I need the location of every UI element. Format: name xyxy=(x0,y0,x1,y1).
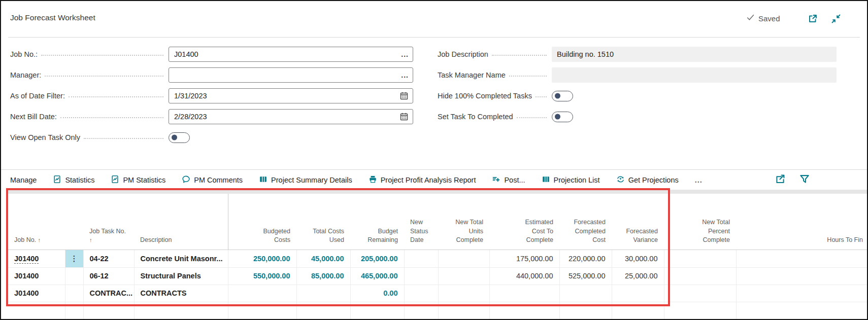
job-no-cell[interactable]: J01400 xyxy=(8,285,65,302)
collapse-page-icon[interactable] xyxy=(830,13,842,24)
total-costs-used-cell[interactable]: 45,000.00 xyxy=(296,250,350,267)
hours-to-finish-cell[interactable] xyxy=(736,285,868,302)
project-summary-details-button[interactable]: Project Summary Details xyxy=(259,175,352,185)
forecasted-completed-cost-cell[interactable]: 525,000.00 xyxy=(559,267,612,285)
col-header-job-task-no[interactable]: Job Task No.↑ xyxy=(83,194,134,250)
calendar-icon[interactable] xyxy=(399,112,409,121)
post-button[interactable]: Post... xyxy=(492,175,525,185)
forecasted-completed-cost-cell[interactable] xyxy=(559,285,612,302)
forecasted-completed-cost-cell[interactable]: 220,000.00 xyxy=(559,250,612,267)
total-costs-used-cell[interactable]: 85,000.00 xyxy=(296,267,350,285)
new-total-percent-complete-cell[interactable] xyxy=(664,285,736,302)
project-profit-analysis-report-button[interactable]: Project Profit Analysis Report xyxy=(369,175,476,185)
new-status-date-cell[interactable] xyxy=(404,267,438,285)
budget-remaining-cell[interactable]: 0.00 xyxy=(350,285,404,302)
job-forecast-worksheet-page: Job Forecast Worksheet Saved Job No.: J0… xyxy=(0,0,868,320)
col-header-total-costs-used[interactable]: Total Costs Used xyxy=(296,194,350,250)
calendar-icon[interactable] xyxy=(399,91,409,100)
statistics-button[interactable]: Statistics xyxy=(53,175,94,185)
pm-comments-button[interactable]: PM Comments xyxy=(182,175,243,185)
manager-lookup-button[interactable]: ... xyxy=(401,73,409,78)
hours-to-finish-cell[interactable] xyxy=(736,267,868,285)
projection-list-button[interactable]: Projection List xyxy=(542,175,600,185)
col-header-job-no[interactable]: Job No. ↑ xyxy=(8,194,65,250)
row-options-icon[interactable]: ⋮ xyxy=(65,250,83,267)
job-task-no-cell[interactable]: 06-12 xyxy=(83,267,134,285)
dotted-leader xyxy=(517,117,547,118)
as-of-date-filter-label: As of Date Filter: xyxy=(10,91,65,101)
job-no-cell[interactable]: J01400 xyxy=(8,267,65,285)
new-status-date-cell[interactable] xyxy=(404,285,438,302)
new-total-units-complete-cell[interactable] xyxy=(438,250,489,267)
manage-button[interactable]: Manage xyxy=(10,176,37,184)
budgeted-costs-cell[interactable]: 250,000.00 xyxy=(228,250,296,267)
description-cell[interactable]: CONTRACTS xyxy=(134,285,228,302)
job-task-grid: Job No. ↑ Job Task No.↑ Description Budg… xyxy=(8,190,868,320)
col-header-forecasted-variance[interactable]: Forecasted Variance xyxy=(612,194,664,250)
col-header-budgeted-costs[interactable]: Budgeted Costs xyxy=(228,194,296,250)
dotted-leader xyxy=(492,55,547,56)
forecasted-variance-cell[interactable] xyxy=(612,285,664,302)
col-header-new-total-percent-complete[interactable]: New Total Percent Complete xyxy=(664,194,736,250)
share-icon[interactable] xyxy=(775,173,786,185)
set-task-to-completed-toggle[interactable] xyxy=(552,112,573,122)
grid-scroll-strip[interactable] xyxy=(8,190,868,194)
job-task-no-cell[interactable]: CONTRAC... xyxy=(83,285,134,302)
hide-100-completed-tasks-toggle[interactable] xyxy=(552,91,573,101)
new-total-percent-complete-cell[interactable] xyxy=(664,250,736,267)
description-cell[interactable]: Structural Panels xyxy=(134,267,228,285)
job-task-no-cell[interactable]: 04-22 xyxy=(83,250,134,267)
col-header-forecasted-completed-cost[interactable]: Forecasted Completed Cost xyxy=(559,194,612,250)
sort-ascending-icon: ↑ xyxy=(38,237,41,243)
budget-remaining-cell[interactable]: 465,000.00 xyxy=(350,267,404,285)
job-no-input[interactable]: J01400... xyxy=(169,47,413,62)
new-total-units-complete-cell[interactable] xyxy=(438,267,489,285)
form-left-column: Job No.: J01400... Manager: ... As of Da… xyxy=(10,47,413,151)
field-next-bill-date: Next Bill Date: 2/28/2023 xyxy=(10,109,413,124)
col-header-budget-remaining[interactable]: Budget Remaining xyxy=(350,194,404,250)
estimated-cost-to-complete-cell[interactable]: 175,000.00 xyxy=(489,250,559,267)
new-total-units-complete-cell[interactable] xyxy=(438,285,489,302)
view-open-task-only-toggle[interactable] xyxy=(169,132,190,143)
description-cell[interactable]: Concrete Unit Masonr... xyxy=(134,250,228,267)
job-no-lookup-button[interactable]: ... xyxy=(401,52,409,57)
get-projections-button[interactable]: Get Projections xyxy=(616,175,679,185)
get-projections-icon xyxy=(616,175,625,185)
next-bill-date-input[interactable]: 2/28/2023 xyxy=(169,109,413,124)
columns-icon xyxy=(542,175,550,185)
dotted-leader xyxy=(69,96,163,97)
save-status: Saved xyxy=(746,13,780,23)
field-task-manager-name: Task Manager Name xyxy=(438,67,837,83)
estimated-cost-to-complete-cell[interactable]: 440,000.00 xyxy=(489,267,559,285)
budgeted-costs-cell[interactable]: 550,000.00 xyxy=(228,267,296,285)
budget-remaining-cell[interactable]: 205,000.00 xyxy=(350,250,404,267)
new-total-percent-complete-cell[interactable] xyxy=(664,267,736,285)
job-description-label: Job Description xyxy=(438,50,488,59)
more-actions-button[interactable]: ... xyxy=(695,176,703,184)
new-status-date-cell[interactable] xyxy=(404,250,438,267)
row-menu-cell: ⋮ xyxy=(65,250,83,267)
pm-statistics-button[interactable]: PM Statistics xyxy=(111,175,165,185)
as-of-date-filter-input[interactable]: 1/31/2023 xyxy=(169,88,413,103)
row-menu-cell xyxy=(65,285,83,302)
manager-input[interactable]: ... xyxy=(169,67,413,83)
filter-icon[interactable] xyxy=(799,173,810,185)
dotted-leader xyxy=(60,117,163,118)
forecasted-variance-cell[interactable]: 30,000.00 xyxy=(612,250,664,267)
columns-icon xyxy=(259,175,268,185)
field-hide-100-completed-tasks: Hide 100% Completed Tasks xyxy=(438,88,837,103)
budgeted-costs-cell[interactable] xyxy=(228,285,296,302)
total-costs-used-cell[interactable] xyxy=(296,285,350,302)
estimated-cost-to-complete-cell[interactable] xyxy=(489,285,559,302)
hours-to-finish-cell[interactable] xyxy=(736,250,868,267)
forecasted-variance-cell[interactable]: 25,000.00 xyxy=(612,267,664,285)
col-header-description[interactable]: Description xyxy=(134,194,228,250)
table-row: J01400 CONTRAC... CONTRACTS 0.00 xyxy=(8,285,868,302)
col-header-new-total-units-complete[interactable]: New Total Units Complete xyxy=(438,194,489,250)
col-header-estimated-cost-to-complete[interactable]: Estimated Cost To Complete xyxy=(489,194,559,250)
table-row: J01400 06-12 Structural Panels 550,000.0… xyxy=(8,267,868,285)
col-header-hours-to-finish[interactable]: Hours To Fin xyxy=(736,194,868,250)
col-header-new-status-date[interactable]: New Status Date xyxy=(404,194,438,250)
open-in-new-window-icon[interactable] xyxy=(807,13,818,24)
job-no-cell[interactable]: J01400 xyxy=(8,250,65,267)
